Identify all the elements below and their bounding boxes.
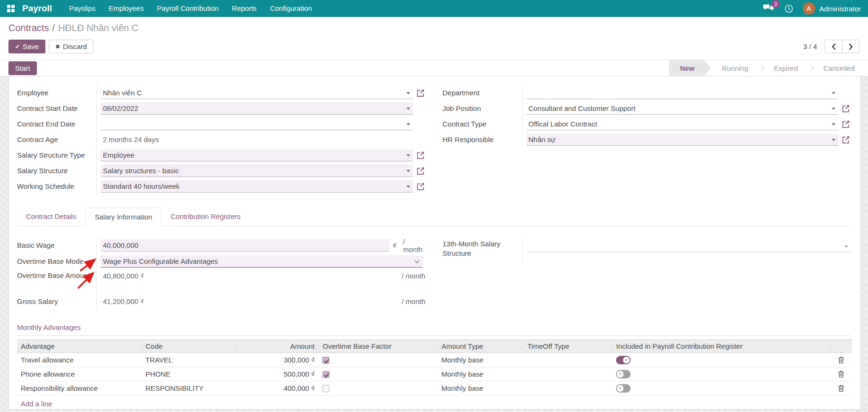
col-code[interactable]: Code — [142, 340, 236, 353]
table-row[interactable]: Travel allowance TRAVEL 300,000 ₫ Monthl… — [17, 353, 852, 367]
salary-structure-type-input[interactable]: Employee — [101, 149, 413, 161]
amount-type-cell[interactable]: Monthly base — [438, 353, 523, 367]
salary-structure-label: Salary Structure — [17, 166, 96, 176]
code-cell[interactable]: TRAVEL — [142, 353, 236, 367]
overtime-base-factor-checkbox[interactable] — [322, 385, 329, 392]
delete-row-icon[interactable] — [838, 370, 844, 378]
menu-payroll-contribution[interactable]: Payroll Contribution — [150, 0, 225, 17]
contract-end-date-input[interactable] — [101, 118, 413, 130]
top-navbar: Payroll Payslips Employees Payroll Contr… — [0, 0, 868, 17]
code-cell[interactable]: PHONE — [142, 367, 236, 381]
amount-type-cell[interactable]: Monthly base — [438, 367, 523, 381]
overtime-base-factor-checkbox[interactable] — [322, 357, 329, 364]
delete-row-icon[interactable] — [838, 356, 844, 364]
stage-new[interactable]: New — [669, 60, 711, 76]
messages-icon[interactable]: 3 — [763, 3, 775, 14]
field-row-working-schedule: Working Schedule Standard 40 hours/week — [17, 178, 426, 194]
stage-running[interactable]: Running — [711, 60, 760, 76]
delete-row-icon[interactable] — [838, 385, 844, 392]
working-schedule-input[interactable]: Standard 40 hours/week — [101, 180, 413, 193]
apps-grid-icon[interactable] — [7, 5, 15, 12]
overtime-base-mode-select[interactable]: Wage Plus Configurable Advantages — [101, 255, 422, 268]
timeoff-type-cell[interactable] — [523, 367, 612, 381]
per-month-label: / month — [402, 297, 425, 305]
col-included[interactable]: Included in Payroll Contribution Registe… — [612, 340, 830, 353]
chevron-down-icon[interactable] — [832, 123, 835, 126]
field-row-contract-type: Contract Type Offical Labor Contract — [443, 116, 851, 132]
timeoff-type-cell[interactable] — [523, 381, 612, 395]
col-timeoff-type[interactable]: TimeOff Type — [523, 340, 612, 353]
chevron-down-icon[interactable] — [832, 108, 835, 110]
code-cell[interactable]: RESPONSIBILITY — [142, 381, 236, 395]
department-input[interactable] — [526, 87, 839, 99]
contract-type-input[interactable]: Offical Labor Contract — [526, 118, 839, 130]
pager-previous-button[interactable] — [825, 40, 842, 53]
menu-payslips[interactable]: Payslips — [62, 0, 102, 17]
external-link-icon[interactable] — [842, 135, 851, 144]
chevron-down-icon[interactable] — [406, 123, 410, 126]
user-menu[interactable]: A Administrator — [803, 2, 861, 15]
timeoff-type-cell[interactable] — [523, 353, 612, 367]
tab-contribution-registers[interactable]: Contribution Registers — [161, 208, 249, 226]
start-button[interactable]: Start — [8, 61, 37, 75]
chevron-down-icon[interactable] — [406, 170, 410, 172]
breadcrumb-contracts[interactable]: Contracts — [8, 23, 49, 33]
external-link-icon[interactable] — [416, 182, 426, 191]
external-link-icon[interactable] — [842, 120, 851, 128]
external-link-icon[interactable] — [416, 151, 426, 160]
per-month-label: / month — [402, 272, 425, 280]
advantage-cell[interactable]: Travel allowance — [17, 353, 142, 367]
chevron-down-icon[interactable] — [406, 92, 410, 94]
chevron-down-icon[interactable] — [832, 92, 835, 94]
add-a-line-link[interactable]: Add a line — [17, 395, 56, 412]
app-title[interactable]: Payroll — [22, 3, 52, 14]
menu-configuration[interactable]: Configuration — [263, 0, 319, 17]
chevron-down-icon[interactable] — [844, 245, 848, 248]
included-toggle[interactable] — [616, 370, 631, 378]
pager-next-button[interactable] — [842, 40, 859, 53]
overtime-base-factor-checkbox[interactable] — [322, 371, 329, 378]
table-row[interactable]: Phone allowance PHONE 500,000 ₫ Monthly … — [17, 367, 852, 381]
basic-wage-input[interactable]: 40,000,000 — [101, 239, 389, 252]
form-sheet: Employee Nhân viên C Contract Start Date… — [8, 76, 861, 410]
contract-start-date-input[interactable]: 08/02/2022 — [101, 102, 413, 115]
external-link-icon[interactable] — [416, 167, 426, 175]
amount-cell[interactable]: 500,000 ₫ — [236, 367, 319, 381]
stage-expired[interactable]: Expired — [762, 60, 809, 76]
included-toggle[interactable] — [616, 384, 631, 393]
menu-reports[interactable]: Reports — [225, 0, 263, 17]
discard-button[interactable]: ✖ Discard — [49, 40, 93, 53]
amount-type-cell[interactable]: Monthly base — [438, 381, 523, 395]
included-toggle[interactable] — [616, 356, 631, 364]
tab-salary-information[interactable]: Salary Information — [85, 208, 162, 226]
advantage-cell[interactable]: Phone allowance — [17, 367, 142, 381]
amount-cell[interactable]: 400,000 ₫ — [236, 381, 319, 395]
tab-contract-details[interactable]: Contract Details — [17, 208, 85, 226]
field-row-contract-end-date: Contract End Date — [17, 116, 426, 132]
job-position-input[interactable]: Consultant and Customer Support — [526, 102, 839, 115]
included-cell — [612, 353, 830, 367]
col-amount[interactable]: Amount — [236, 340, 319, 353]
chevron-down-icon[interactable] — [832, 139, 835, 141]
menu-employees[interactable]: Employees — [102, 0, 150, 17]
amount-cell[interactable]: 300,000 ₫ — [236, 353, 319, 367]
col-advantage[interactable]: Advantage — [17, 340, 142, 353]
stage-cancelled[interactable]: Cancelled — [812, 60, 866, 76]
chevron-down-icon[interactable] — [406, 108, 410, 110]
col-amount-type[interactable]: Amount Type — [438, 340, 523, 353]
activity-clock-icon[interactable] — [784, 4, 793, 13]
contract-end-date-label: Contract End Date — [17, 119, 96, 129]
chevron-right-icon — [849, 43, 853, 50]
employee-input[interactable]: Nhân viên C — [101, 87, 413, 99]
save-button[interactable]: ✔ Save — [8, 40, 45, 53]
hr-responsible-input[interactable]: Nhân sự — [526, 134, 839, 146]
external-link-icon[interactable] — [416, 89, 426, 97]
col-overtime-base-factor[interactable]: Overtime Base Factor — [319, 340, 438, 353]
salary-structure-input[interactable]: Salary structures - basic — [101, 165, 413, 177]
advantage-cell[interactable]: Responsibility allowance — [17, 381, 142, 395]
external-link-icon[interactable] — [842, 104, 851, 113]
chevron-down-icon[interactable] — [406, 154, 410, 157]
chevron-down-icon[interactable] — [406, 185, 410, 188]
thirteenth-month-input[interactable] — [526, 240, 851, 252]
table-row[interactable]: Responsibility allowance RESPONSIBILITY … — [17, 381, 852, 395]
